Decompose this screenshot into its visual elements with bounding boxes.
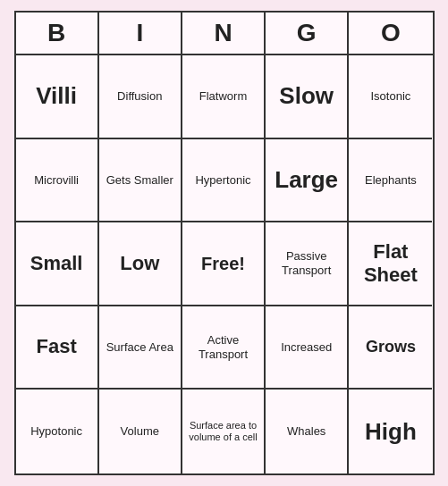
bingo-grid: VilliDiffusionFlatwormSlowIsotonicMicrov…: [16, 55, 433, 473]
header-letter: I: [99, 13, 182, 54]
bingo-cell: Grows: [349, 306, 432, 390]
bingo-cell: Small: [16, 222, 99, 306]
bingo-cell: Surface Area: [99, 306, 182, 390]
bingo-cell: Free!: [182, 222, 266, 306]
bingo-cell: Isotonic: [349, 55, 432, 139]
bingo-cell: Volume: [99, 390, 182, 473]
bingo-cell: High: [349, 390, 432, 473]
bingo-cell: Elephants: [349, 139, 432, 223]
header-letter: O: [349, 13, 432, 54]
bingo-cell: Increased: [266, 306, 349, 390]
bingo-cell: Hypertonic: [182, 139, 266, 223]
bingo-cell: Active Transport: [182, 306, 266, 390]
bingo-cell: Microvilli: [16, 139, 99, 223]
bingo-cell: Large: [266, 139, 349, 223]
bingo-cell: Low: [99, 222, 182, 306]
header-letter: B: [16, 13, 99, 54]
bingo-card: BINGO VilliDiffusionFlatwormSlowIsotonic…: [14, 11, 435, 475]
bingo-cell: Whales: [266, 390, 349, 473]
bingo-cell: Passive Transport: [266, 222, 349, 306]
bingo-cell: Fast: [16, 306, 99, 390]
bingo-cell: Villi: [16, 55, 99, 139]
bingo-cell: Surface area to volume of a cell: [182, 390, 266, 473]
bingo-cell: Flatworm: [182, 55, 266, 139]
bingo-cell: Gets Smaller: [99, 139, 182, 223]
header-letter: G: [266, 13, 349, 54]
bingo-cell: Slow: [266, 55, 349, 139]
bingo-cell: Diffusion: [99, 55, 182, 139]
bingo-cell: Hypotonic: [16, 390, 99, 473]
header-letter: N: [182, 13, 266, 54]
bingo-cell: Flat Sheet: [349, 222, 432, 306]
bingo-header: BINGO: [16, 13, 433, 55]
